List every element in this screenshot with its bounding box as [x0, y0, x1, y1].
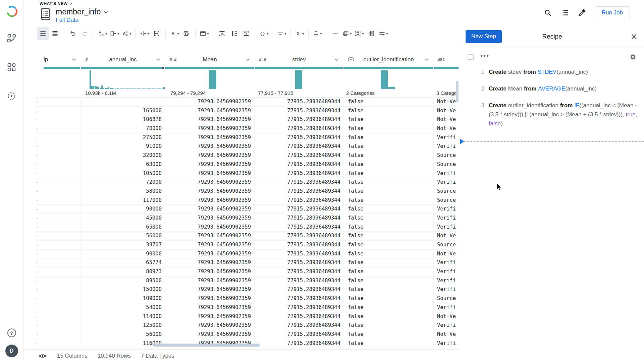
table-cell[interactable]: 105000 [81, 169, 165, 178]
table-cell[interactable]: 79293.64569902359 [165, 285, 255, 294]
column-menu-chevron-icon[interactable] [425, 58, 429, 61]
data-quality-bar[interactable] [81, 67, 164, 69]
table-cell[interactable]: false [343, 303, 434, 312]
table-cell[interactable]: 45000 [81, 214, 165, 223]
table-cell[interactable]: false [343, 258, 434, 267]
column-menu-chevron-icon[interactable] [334, 58, 339, 61]
table-cell[interactable]: 79293.64569902359 [165, 107, 255, 115]
table-cell[interactable]: 77915.28936489344 [255, 178, 343, 187]
job-list-icon[interactable] [560, 9, 569, 17]
toolbar-pivot-rows-icon[interactable] [240, 27, 252, 40]
table-cell[interactable]: false [343, 160, 434, 169]
step-insert-line[interactable] [460, 141, 644, 142]
toolbar-clean-table-icon[interactable] [180, 27, 193, 40]
table-cell[interactable]: 77915.28936489344 [255, 285, 343, 294]
table-cell[interactable]: 79293.64569902359 [165, 303, 255, 312]
dataset-scope-link[interactable]: Full Data [56, 17, 108, 23]
column-header-annual_inc[interactable]: #annual_inc [81, 53, 165, 66]
table-cell[interactable]: 165000 [81, 107, 165, 115]
table-cell[interactable]: Not·Ve [434, 250, 459, 258]
table-cell[interactable]: false [343, 285, 434, 294]
table-cell[interactable]: Source [434, 187, 459, 196]
column-histogram[interactable] [255, 70, 343, 89]
table-cell[interactable]: 77915.28936489344 [255, 321, 343, 330]
recipe-step[interactable]: 1Create stdev from STDEV(annual_inc) [460, 67, 644, 76]
table-cell[interactable]: 77915.28936489344 [255, 303, 343, 312]
toolbar-undo-icon[interactable] [67, 27, 79, 40]
table-cell[interactable]: 63000 [81, 160, 165, 169]
table-cell[interactable]: Verifi [434, 258, 459, 267]
table-cell[interactable]: false [343, 107, 434, 115]
column-histogram[interactable] [81, 70, 165, 89]
table-cell[interactable]: 77915.28936489344 [255, 312, 343, 321]
table-cell[interactable]: Not·Ve [434, 312, 459, 321]
toolbar-fit-icon[interactable] [151, 27, 163, 40]
toolbar-redo-icon[interactable] [79, 27, 91, 40]
eyedropper-icon[interactable] [578, 9, 586, 17]
table-cell[interactable]: Not·Ve [434, 115, 459, 124]
user-avatar[interactable]: D [5, 345, 18, 357]
table-cell[interactable]: 58000 [81, 187, 165, 196]
toolbar-move-column-icon[interactable]: ▾ [109, 27, 121, 40]
table-cell[interactable]: false [343, 241, 434, 249]
table-cell[interactable]: Verifi [434, 169, 459, 178]
table-cell[interactable]: false [343, 232, 434, 240]
table-cell[interactable]: Source [434, 160, 459, 169]
toolbar-pivot-columns-icon[interactable] [228, 27, 240, 40]
table-cell[interactable]: 79293.64569902359 [165, 250, 255, 258]
table-cell[interactable]: false [343, 294, 434, 303]
table-cell[interactable]: false [343, 98, 434, 106]
toolbar-column-type-icon[interactable]: AB▾ [97, 27, 109, 40]
table-cell[interactable]: 77915.28936489344 [255, 214, 343, 223]
table-cell[interactable]: 77915.28936489344 [255, 115, 343, 124]
table-cell[interactable]: 79293.64569902359 [165, 277, 255, 285]
toolbar-sort-icon[interactable]: A12▾ [121, 27, 133, 40]
table-cell[interactable]: false [343, 321, 434, 330]
table-cell[interactable]: 77915.28936489344 [255, 160, 343, 169]
table-cell[interactable]: 77915.28936489344 [255, 124, 343, 133]
status-data-types[interactable]: 7 Data Types [141, 353, 174, 359]
table-cell[interactable]: false [343, 267, 434, 276]
table-cell[interactable]: 79293.64569902359 [165, 214, 255, 223]
table-cell[interactable]: 320000 [81, 151, 165, 160]
table-cell[interactable]: 79293.64569902359 [165, 223, 255, 232]
recipe-step[interactable]: 3Create outlier_identification from IF((… [460, 101, 644, 128]
table-cell[interactable]: 106828 [81, 115, 165, 124]
table-cell[interactable]: Source [434, 196, 459, 205]
table-cell[interactable]: 77915.28936489344 [255, 98, 343, 106]
table-cell[interactable]: Verifi [434, 223, 459, 232]
gear-icon[interactable] [629, 53, 637, 61]
table-cell[interactable]: Verifi [434, 285, 459, 294]
column-type-icon[interactable]: # [85, 57, 88, 62]
table-cell[interactable]: 275000 [81, 133, 165, 142]
table-cell[interactable]: false [343, 187, 434, 196]
table-cell[interactable]: Verifi [434, 303, 459, 312]
table-cell[interactable]: 125000 [81, 321, 165, 330]
table-cell[interactable]: 77915.28936489344 [255, 169, 343, 178]
table-cell[interactable]: 77915.28936489344 [255, 339, 343, 348]
table-cell[interactable]: 54000 [81, 303, 165, 312]
sidebar-item-flows[interactable] [5, 32, 18, 46]
table-cell[interactable]: 77915.28936489344 [255, 151, 343, 160]
table-cell[interactable]: 77915.28936489344 [255, 277, 343, 285]
column-histogram[interactable] [434, 70, 459, 89]
table-cell[interactable]: 79293.64569902359 [165, 187, 255, 196]
search-icon[interactable] [544, 9, 552, 17]
status-columns[interactable]: 15 Columns [57, 353, 88, 359]
table-cell[interactable]: Verifi [434, 339, 459, 348]
table-cell[interactable]: 89500 [81, 277, 165, 285]
table-cell[interactable]: 79293.64569902359 [165, 312, 255, 321]
table-cell[interactable]: Not·Ve [434, 232, 459, 240]
table-cell[interactable]: Source [434, 151, 459, 160]
column-header-stdev[interactable]: #.#stdev [255, 53, 343, 66]
table-cell[interactable]: Not·Ve [434, 98, 459, 106]
table-cell[interactable]: 79293.64569902359 [165, 294, 255, 303]
recipe-step[interactable]: 2Create Mean from AVERAGE(annual_inc) [460, 84, 644, 93]
table-cell[interactable]: 77915.28936489344 [255, 196, 343, 205]
data-quality-bar[interactable] [343, 67, 433, 69]
toolbar-join-icon[interactable]: ▾ [311, 27, 323, 40]
column-histogram[interactable] [44, 70, 81, 89]
table-cell[interactable]: 150000 [81, 285, 165, 294]
table-cell[interactable]: false [343, 178, 434, 187]
dataset-title-menu[interactable]: member_info [56, 7, 108, 16]
